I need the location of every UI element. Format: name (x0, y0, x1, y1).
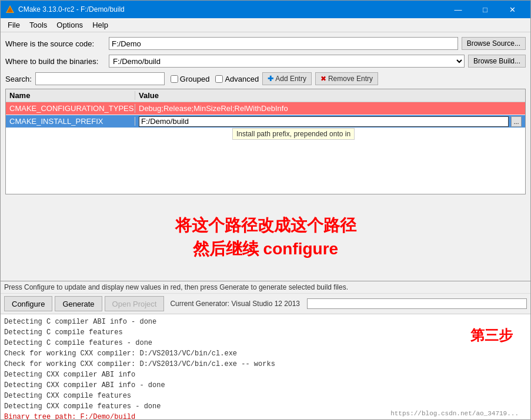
csdn-watermark: https://blog.csdn.net/ao_34719... (390, 410, 519, 417)
table-row: CMAKE_CONFIGURATION_TYPES Debug;Release;… (6, 102, 525, 115)
remove-entry-button[interactable]: ✖ Remove Entry (315, 72, 378, 85)
configure-button[interactable]: Configure (4, 296, 52, 311)
main-window: CMake 3.13.0-rc2 - F:/Demo/build — □ ✕ F… (0, 0, 531, 420)
menu-bar: File Tools Options Help (1, 18, 530, 32)
plus-icon: ✚ (268, 75, 273, 83)
add-entry-button[interactable]: ✚ Add Entry (262, 72, 312, 85)
advanced-checkbox[interactable] (215, 75, 223, 83)
grouped-checkbox[interactable] (171, 75, 178, 83)
menu-file[interactable]: File (3, 19, 25, 31)
col-name-header: Name (6, 91, 135, 100)
browse-source-button[interactable]: Browse Source... (462, 37, 526, 50)
cmake-config-types-name: CMAKE_CONFIGURATION_TYPES (6, 104, 135, 113)
title-controls: — □ ✕ (445, 1, 526, 18)
log-line: Check for working CXX compiler: D:/VS201… (4, 359, 527, 369)
maximize-button[interactable]: □ (472, 1, 499, 18)
advanced-checkbox-item: Advanced (215, 75, 259, 83)
cmake-icon (5, 5, 15, 14)
log-line: Check for working CXX compiler: D:/VS201… (4, 348, 527, 359)
table-row[interactable]: CMAKE_INSTALL_PREFIX ... (6, 115, 525, 128)
bottom-section: Press Configure to update and display ne… (1, 281, 530, 419)
annotation-line2: 然后继续 configure (175, 237, 356, 260)
cmake-install-prefix-value-cell: ... (135, 116, 525, 127)
build-label: Where to build the binaries: (5, 57, 105, 66)
add-entry-label: Add Entry (275, 75, 306, 83)
progress-bar (307, 298, 527, 309)
main-content: Where is the source code: Browse Source.… (1, 32, 530, 281)
ellipsis-button[interactable]: ... (511, 116, 522, 127)
generator-label: Current Generator: Visual Studio 12 2013 (170, 300, 300, 308)
title-bar-left: CMake 3.13.0-rc2 - F:/Demo/build (5, 5, 125, 14)
title-bar: CMake 3.13.0-rc2 - F:/Demo/build — □ ✕ (1, 1, 530, 18)
col-value-header: Value (135, 91, 525, 100)
cmake-install-prefix-name: CMAKE_INSTALL_PREFIX (6, 117, 135, 126)
source-label: Where is the source code: (5, 39, 105, 48)
browse-build-button[interactable]: Browse Build... (468, 55, 526, 68)
tooltip-box: Install path prefix, prepended onto in (232, 128, 355, 140)
search-label: Search: (5, 75, 32, 83)
cmake-install-prefix-input[interactable] (139, 116, 509, 127)
build-row: Where to build the binaries: F:/Demo/bui… (5, 53, 526, 69)
remove-entry-label: Remove Entry (328, 75, 373, 83)
log-line: Detecting CXX compiler ABI info - done (4, 380, 527, 391)
x-icon: ✖ (320, 75, 326, 83)
log-line: Detecting C compile features (4, 327, 527, 338)
step3-annotation: 第三步 (470, 326, 513, 345)
source-row: Where is the source code: Browse Source.… (5, 36, 526, 51)
log-area[interactable]: Detecting C compiler ABI info - done Det… (1, 314, 530, 419)
log-line: Detecting C compiler ABI info - done (4, 317, 527, 327)
grouped-label: Grouped (180, 75, 210, 83)
annotation-line1: 将这个路径改成这个路径 (175, 214, 356, 237)
advanced-label: Advanced (225, 75, 259, 83)
annotation-area: 将这个路径改成这个路径 然后继续 configure (5, 197, 526, 277)
action-bar: Configure Generate Open Project Current … (1, 294, 530, 314)
menu-tools[interactable]: Tools (25, 19, 52, 31)
table-header: Name Value (6, 89, 525, 102)
entries-table: Name Value CMAKE_CONFIGURATION_TYPES Deb… (5, 89, 526, 194)
menu-help[interactable]: Help (88, 19, 113, 31)
open-project-button[interactable]: Open Project (105, 296, 165, 311)
build-select[interactable]: F:/Demo/build (109, 55, 465, 68)
checkbox-group: Grouped Advanced (171, 75, 259, 83)
log-line: Detecting CXX compiler ABI info (4, 369, 527, 380)
annotation-text: 将这个路径改成这个路径 然后继续 configure (175, 214, 356, 260)
log-line: Detecting CXX compile features (4, 391, 527, 401)
minimize-button[interactable]: — (445, 1, 472, 18)
search-input[interactable] (35, 72, 165, 85)
press-configure-bar: Press Configure to update and display ne… (1, 281, 530, 294)
menu-options[interactable]: Options (52, 19, 88, 31)
cmake-config-types-value: Debug;Release;MinSizeRel;RelWithDebInfo (135, 104, 525, 113)
close-button[interactable]: ✕ (499, 1, 526, 18)
log-line: Detecting C compile features - done (4, 338, 527, 348)
generate-button[interactable]: Generate (55, 296, 102, 311)
search-row: Search: Grouped Advanced ✚ Add Entry ✖ R… (5, 71, 526, 86)
grouped-checkbox-item: Grouped (171, 75, 210, 83)
window-title: CMake 3.13.0-rc2 - F:/Demo/build (18, 5, 125, 14)
source-input[interactable] (109, 37, 458, 50)
